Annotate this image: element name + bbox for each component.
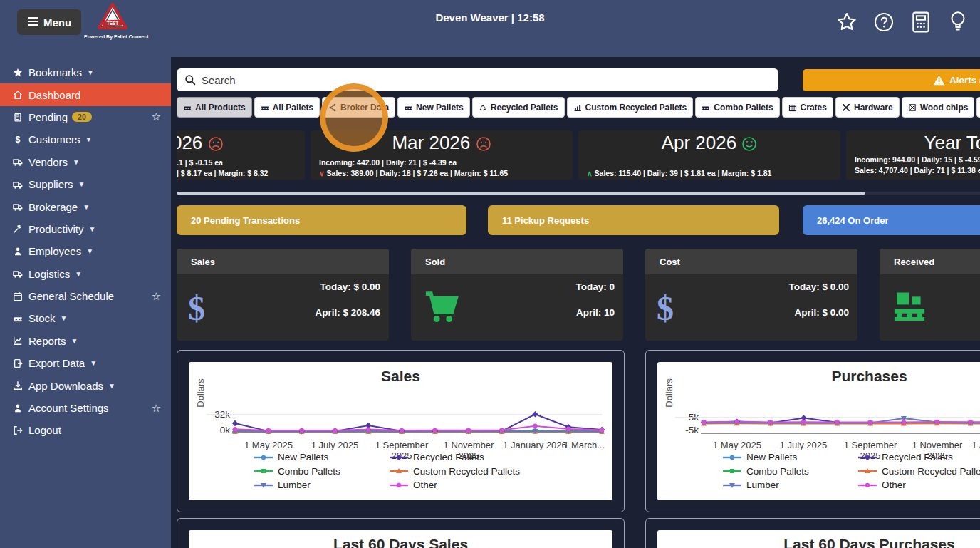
- on-order-button[interactable]: 26,424 On Order: [803, 205, 980, 235]
- sidebar-item-label: Export Data: [28, 357, 85, 369]
- stat-value: Today: 0: [575, 281, 615, 292]
- pallet-icon: [183, 103, 192, 112]
- sidebar-item-employees[interactable]: Employees▼: [0, 240, 171, 262]
- mood-sad-face-icon: [208, 135, 224, 156]
- legend-item[interactable]: Combo Pallets: [254, 465, 390, 479]
- chart-legend: New PalletsRecycled PalletsCombo Pallets…: [254, 450, 568, 492]
- favorite-star-icon[interactable]: [835, 9, 859, 36]
- tab-combo-pallets[interactable]: Combo Pallets: [695, 97, 779, 118]
- logout-icon: [11, 425, 24, 435]
- sidebar-item-customers[interactable]: $Customers▼: [0, 128, 171, 150]
- x-tick-label: 1 May 2025: [704, 440, 771, 451]
- legend-label: Combo Pallets: [746, 466, 809, 477]
- sidebar-item-export-data[interactable]: Export Data▼: [0, 352, 171, 374]
- search-input[interactable]: [202, 74, 771, 86]
- chevron-down-icon: ▼: [86, 247, 93, 255]
- pending-transactions-button[interactable]: 20 Pending Transactions: [177, 205, 466, 235]
- sales-chart-panel: SalesDollars32k0k1 May 20251 July 20251 …: [177, 350, 625, 512]
- truck-icon: [11, 202, 24, 212]
- alerts-button[interactable]: Alerts (5): [803, 69, 980, 91]
- x-tick-label: 1 March...: [541, 440, 605, 451]
- person-icon: [11, 247, 24, 257]
- bookmark-star-icon[interactable]: ☆: [152, 402, 161, 415]
- legend-item[interactable]: Recycled Pallets: [858, 450, 980, 465]
- sidebar-item-reports[interactable]: Reports▼: [0, 330, 171, 352]
- dollar-icon: $: [188, 289, 205, 326]
- legend-label: Custom Recycled Pallets: [882, 466, 980, 477]
- lightbulb-icon[interactable]: [946, 9, 970, 36]
- legend-item[interactable]: Custom Recycled Pallets: [390, 465, 568, 479]
- header-icon-group: [835, 9, 970, 36]
- legend-marker-icon: [254, 453, 273, 462]
- legend-label: Custom Recycled Pallets: [413, 466, 520, 477]
- pallet-icon: [11, 314, 24, 324]
- tab-recycled-pallets[interactable]: Recycled Pallets: [472, 97, 565, 118]
- sidebar-item-vendors[interactable]: Vendors▼: [0, 151, 171, 173]
- legend-label: Recycled Pallets: [413, 452, 484, 462]
- month-card-title: Mar 2026: [311, 132, 573, 156]
- bookmark-star-icon[interactable]: ☆: [152, 110, 161, 123]
- legend-item[interactable]: Combo Pallets: [723, 465, 858, 479]
- sidebar-item-app-downloads[interactable]: App Downloads▼: [0, 374, 171, 396]
- tab-all-products[interactable]: All Products: [177, 97, 252, 118]
- sidebar-item-dashboard[interactable]: Dashboard: [0, 83, 171, 105]
- chart-title: Purchases: [657, 362, 980, 385]
- pallet-boxes-icon: [891, 315, 928, 327]
- tab-broker-data[interactable]: Broker Data: [322, 97, 395, 118]
- hammer-icon: [11, 224, 24, 234]
- pickup-requests-button[interactable]: 11 Pickup Requests: [488, 205, 779, 235]
- bookmark-star-icon[interactable]: ☆: [152, 290, 161, 303]
- sidebar-item-account-settings[interactable]: Account Settings☆: [0, 397, 171, 419]
- sidebar-item-productivity[interactable]: Productivity▼: [0, 218, 171, 240]
- sales-stat-line: Sales: 4,707.40 | Daily: 71 | $ 11.38 ea…: [846, 166, 980, 175]
- tab-label: Hardware: [854, 103, 893, 113]
- last-60-days-purchases-card: Last 60 Days Purchases: [657, 530, 980, 548]
- legend-label: Recycled Pallets: [882, 452, 953, 462]
- month-summary-carousel: Feb 2026 .1 | $ -0.15 ea| $ 8.17 ea | Ma…: [177, 130, 980, 180]
- legend-label: Other: [413, 480, 437, 490]
- sidebar-item-suppliers[interactable]: Suppliers▼: [0, 173, 171, 195]
- chart-title: Sales: [189, 362, 612, 385]
- tab-new-items[interactable]: New Items: [976, 97, 980, 118]
- legend-marker-icon: [390, 453, 408, 462]
- calculator-icon[interactable]: [909, 9, 933, 36]
- chart-bar-icon: [573, 103, 582, 112]
- sidebar-item-bookmarks[interactable]: Bookmarks▼: [0, 61, 171, 83]
- sidebar-item-logistics[interactable]: Logistics▼: [0, 263, 171, 285]
- tab-hardware[interactable]: Hardware: [835, 97, 900, 118]
- legend-item[interactable]: Recycled Pallets: [390, 450, 568, 465]
- sidebar-item-label: Brokerage: [28, 201, 78, 213]
- chevron-down-icon: ▼: [85, 135, 93, 143]
- x-tick-label: 1 July 2025: [770, 440, 837, 451]
- legend-item[interactable]: Other: [390, 478, 568, 492]
- help-icon[interactable]: [872, 9, 896, 36]
- carousel-scrollbar-track[interactable]: [177, 192, 980, 195]
- sidebar-item-pending[interactable]: Pending20☆: [0, 106, 171, 128]
- legend-item[interactable]: New Pallets: [723, 450, 858, 465]
- tab-crates[interactable]: Crates: [782, 97, 833, 118]
- last-60-days-sales-panel: Last 60 Days Sales: [177, 518, 625, 548]
- tab-wood-chips[interactable]: Wood chips: [902, 97, 975, 118]
- legend-item[interactable]: Lumber: [254, 478, 390, 492]
- product-tabs: All ProductsAll PalletsBroker DataNew Pa…: [177, 97, 980, 118]
- chevron-down-icon: ▼: [73, 158, 80, 166]
- legend-item[interactable]: Lumber: [723, 478, 858, 492]
- tab-new-pallets[interactable]: New Pallets: [397, 97, 470, 118]
- legend-item[interactable]: Custom Recycled Pallets: [858, 465, 980, 479]
- sidebar-item-logout[interactable]: Logout: [0, 419, 171, 441]
- legend-item[interactable]: Other: [858, 478, 980, 492]
- home-icon: [11, 90, 24, 100]
- legend-marker-icon: [723, 481, 741, 490]
- sidebar-item-general-schedule[interactable]: General Schedule☆: [0, 285, 171, 307]
- top-header-bar: Menu TEST Powered By Pallet Connect Deve…: [0, 0, 980, 57]
- legend-item[interactable]: New Pallets: [254, 450, 390, 465]
- sidebar-item-brokerage[interactable]: Brokerage▼: [0, 195, 171, 217]
- crate-icon: [788, 103, 797, 112]
- sidebar-item-stock[interactable]: Stock▼: [0, 307, 171, 329]
- tab-all-pallets[interactable]: All Pallets: [254, 97, 320, 118]
- carousel-scrollbar-thumb[interactable]: [177, 192, 865, 195]
- tab-custom-recycled-pallets[interactable]: Custom Recycled Pallets: [567, 97, 694, 118]
- pallet-icon: [261, 103, 269, 112]
- pallet-low-icon: [702, 103, 710, 112]
- chevron-down-icon: ▼: [108, 382, 115, 390]
